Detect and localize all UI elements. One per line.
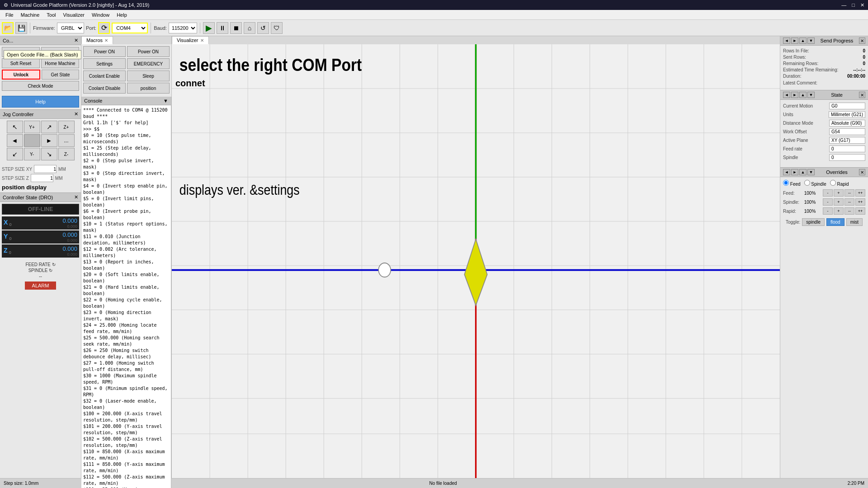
sp-nav-down[interactable]: ▼ [807,38,815,44]
macros-tab[interactable]: Macros ✕ [81,36,113,44]
vis-tab[interactable]: Visualizer ✕ [172,36,209,44]
overrides-close[interactable]: ✕ [859,169,865,175]
macros-tab-close[interactable]: ✕ [104,38,108,43]
sp-nav-right[interactable]: ► [791,38,798,44]
port-select[interactable]: COM4 [112,23,148,33]
home-btn[interactable]: ⌂ [244,22,255,34]
jog-yplus-btn[interactable]: Y+ [24,121,40,133]
jog-zminus-btn[interactable]: Z- [58,148,75,160]
sp-nav-up[interactable]: ▲ [799,38,807,44]
alarm-btn[interactable]: ALARM [25,282,57,290]
jog-zplus-btn[interactable]: Z+ [58,121,75,133]
rapid-dec-btn[interactable]: - [823,207,833,215]
rapid-radio-label[interactable]: Rapid [830,180,849,187]
settings-macro-btn[interactable]: Settings [83,58,126,69]
rapid-override-btns: - + -- ++ [823,207,865,215]
get-state-btn[interactable]: Get State [42,70,79,80]
reset-btn[interactable]: ↺ [257,22,269,34]
power-on-btn[interactable]: Power ON [83,46,126,57]
jog-yminus-btn[interactable]: Y- [24,148,40,160]
ov-nav-right[interactable]: ► [791,169,798,175]
console-line: $110 = 850.000 (X-axis maximum rate, mm/… [83,449,169,461]
spindle-dec-btn[interactable]: - [823,198,833,206]
close-btn[interactable]: ✕ [860,2,864,8]
power-on2-btn[interactable]: Power ON [127,46,170,57]
home-machine-btn[interactable]: Home Machine [41,58,79,68]
state-nav-left[interactable]: ◄ [783,92,790,98]
feed-dec-btn[interactable]: - [823,189,833,197]
soft-reset-btn[interactable]: Soft Reset [2,58,40,68]
settings-btn[interactable]: 🛡 [271,22,283,34]
maximize-btn[interactable]: □ [852,2,855,8]
spindle-inc-btn[interactable]: + [834,198,844,206]
open-file-btn[interactable]: 📂 Open Gcode File... (Back Slash) [2,22,14,34]
menu-window[interactable]: Window [88,11,113,19]
firmware-select[interactable]: GRBL [57,23,84,33]
pause-btn[interactable]: ⏸ [217,22,228,34]
position-btn[interactable]: position [127,83,170,94]
save-btn[interactable]: 💾 [15,22,27,34]
spindle-toggle-btn[interactable]: spindle [802,218,825,226]
menu-tool[interactable]: Tool [43,11,59,19]
jog-right-btn[interactable]: ► [41,134,57,147]
refresh-port-btn[interactable]: ⟳ [98,22,110,34]
jog-sw-btn[interactable]: ↙ [7,148,23,160]
jog-close[interactable]: ✕ [74,111,78,117]
mist-toggle-btn[interactable]: mist [846,218,863,226]
send-progress-content: Rows In File: 0 Sent Rows: 0 Remaining R… [780,46,868,88]
jog-ne-btn[interactable]: ↗ [41,121,57,133]
unlock-btn[interactable]: Unlock [2,70,40,80]
x-axis-row: X 0 0.000 0.000 [2,216,79,230]
coolant-enable-btn[interactable]: Coolant Enable [83,70,126,81]
feed-inc-btn[interactable]: + [834,189,844,197]
flood-toggle-btn[interactable]: flood [826,218,844,226]
menu-machine[interactable]: Machine [17,11,43,19]
left-panel-close[interactable]: ✕ [74,38,78,43]
play-btn[interactable]: ▶ [203,22,215,34]
minimize-btn[interactable]: — [841,2,846,8]
rapid-dec2-btn[interactable]: -- [844,207,854,215]
state-nav-down[interactable]: ▼ [807,92,815,98]
state-nav-up[interactable]: ▲ [799,92,807,98]
spindle-radio[interactable] [804,180,810,186]
jog-zminus-home-btn[interactable]: ... [58,134,75,147]
ov-nav-left[interactable]: ◄ [783,169,790,175]
stop-btn[interactable]: ⏹ [230,22,242,34]
feed-inc2-btn[interactable]: ++ [855,189,865,197]
feed-radio[interactable] [783,180,789,186]
step-z-input[interactable] [31,174,53,182]
pos-close[interactable]: ✕ [74,194,78,200]
step-area: STEP SIZE XY MM STEP SIZE Z MM position … [0,163,81,192]
jog-nw-btn[interactable]: ↖ [7,121,23,133]
menu-help[interactable]: Help [113,11,131,19]
spindle-radio-label[interactable]: Spindle [804,180,826,187]
baud-select[interactable]: 115200 [169,23,197,33]
jog-se-btn[interactable]: ↘ [41,148,57,160]
emergency-btn[interactable]: EMERGENCY [127,58,170,69]
vis-tab-close[interactable]: ✕ [200,38,204,43]
jog-left-btn[interactable]: ◄ [7,134,23,147]
help-btn[interactable]: Help [2,96,79,108]
rapid-radio[interactable] [830,180,836,186]
send-progress-close[interactable]: ✕ [859,38,865,44]
rapid-inc2-btn[interactable]: ++ [855,207,865,215]
menu-file[interactable]: File [2,11,17,19]
feed-dec2-btn[interactable]: -- [844,189,854,197]
state-close[interactable]: ✕ [859,92,865,98]
coolant-disable-btn[interactable]: Coolant Disable [83,83,126,94]
ov-nav-up[interactable]: ▲ [799,169,807,175]
check-mode-btn[interactable]: Check Mode [2,81,79,91]
sp-nav-left[interactable]: ◄ [783,38,790,44]
rapid-inc-btn[interactable]: + [834,207,844,215]
sleep-btn[interactable]: Sleep [127,70,170,81]
console-collapse[interactable]: ▼ [163,98,168,103]
ov-nav-down[interactable]: ▼ [807,169,815,175]
feed-radio-label[interactable]: Feed [783,180,801,187]
step-xy-input[interactable] [34,165,57,173]
state-nav-right[interactable]: ► [791,92,798,98]
menu-visualizer[interactable]: Visualizer [60,11,89,19]
toolbar-sep-3 [200,23,200,33]
spindle-inc2-btn[interactable]: ++ [855,198,865,206]
open-file-tooltip: Open Gcode File... (Back Slash) [4,50,81,59]
spindle-dec2-btn[interactable]: -- [844,198,854,206]
